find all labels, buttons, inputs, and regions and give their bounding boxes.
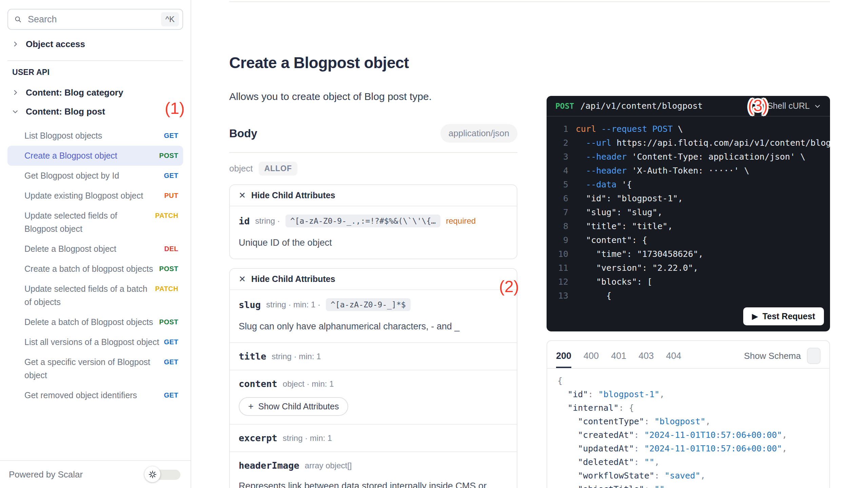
plus-icon: + (248, 402, 254, 411)
json-token: "blogpost-1" (598, 389, 659, 399)
code-token: "time": "1730458626", (576, 247, 703, 261)
code-line: 5 --data '{ (547, 178, 830, 191)
field-pattern-chip: ^[a-zA-Z0-9-_.,:=!?#$%&(\`\'\{… (285, 215, 440, 227)
line-number: 5 (547, 178, 576, 191)
sidebar-endpoint[interactable]: List Blogpost objectsGET (7, 126, 183, 146)
sidebar-endpoint[interactable]: Update selected fields of a batch of obj… (7, 279, 183, 312)
line-number: 12 (547, 275, 576, 289)
request-example-header: POST /api/v1/content/blogpost Shell cURL (547, 96, 830, 117)
sidebar-endpoint[interactable]: Update selected fields of Blogpost objec… (7, 206, 183, 239)
response-status-tab-400[interactable]: 400 (584, 351, 599, 368)
code-token (576, 178, 586, 191)
field-description: Slug can only have alphanumerical charac… (239, 319, 508, 334)
code-token: "slug": "slug", (576, 205, 663, 219)
line-number: 11 (547, 261, 576, 275)
required-flag: required (446, 216, 476, 226)
method-badge: DEL (164, 242, 179, 256)
field-row-title: title string · min: 1 (230, 343, 517, 370)
show-schema-toggle[interactable] (807, 348, 821, 364)
sidebar-endpoint[interactable]: Get Blogpost object by IdGET (7, 166, 183, 186)
endpoint-label: List all versions of a Blogpost object (24, 336, 160, 349)
sidebar-footer: Powered by Scalar (0, 460, 191, 488)
sidebar-endpoint[interactable]: Create a batch of blogpost objectsPOST (7, 259, 183, 279)
hide-child-attributes-toggle[interactable]: ✕ Hide Child Attributes (230, 269, 517, 290)
json-token: "" (644, 457, 654, 467)
method-badge: PATCH (155, 282, 178, 296)
search-input[interactable] (27, 14, 156, 25)
powered-by-label: Powered by Scalar (9, 469, 83, 480)
sidebar-group-blog-post[interactable]: Content: Blog post (7, 102, 183, 121)
sun-icon (148, 470, 157, 479)
field-meta: string · min: 1 · (266, 300, 320, 309)
code-token: --url (586, 136, 611, 150)
json-token: , (782, 444, 787, 453)
close-icon: ✕ (239, 191, 246, 200)
sidebar-endpoint[interactable]: Get a specific version of Blogpost objec… (7, 352, 183, 385)
field-row-content: content object · min: 1 + Show Child Att… (230, 370, 517, 425)
field-row-excerpt: excerpt string · min: 1 (230, 425, 517, 452)
json-token: : (644, 484, 654, 488)
json-token (557, 484, 578, 488)
code-token: "version": "2.22.0", (576, 261, 698, 275)
test-request-button[interactable]: ▶ Test Request (743, 307, 824, 325)
content-type-badge: application/json (440, 124, 517, 143)
sidebar-item-label: Object access (26, 38, 85, 50)
example-column: POST /api/v1/content/blogpost Shell cURL… (547, 96, 830, 488)
sidebar-group-label: Content: Blog post (26, 105, 105, 118)
json-token (557, 416, 578, 426)
response-line: "updatedAt": "2024-11-01T10:57:06+00:00"… (557, 442, 819, 455)
json-token: "id" (568, 389, 588, 399)
endpoint-label: Update selected fields of Blogpost objec… (24, 209, 151, 236)
response-status-tab-401[interactable]: 401 (611, 351, 626, 368)
sidebar-endpoint[interactable]: Delete a Blogpost objectDEL (7, 239, 183, 259)
response-tabs: 200400401403404 Show Schema (547, 341, 829, 369)
search-shortcut-kbd: ^K (161, 12, 179, 26)
code-line: 1curl --request POST \ (547, 122, 830, 136)
sidebar: ^K Object access USER API Content: Blog … (0, 0, 191, 488)
response-status-tab-403[interactable]: 403 (638, 351, 654, 368)
endpoint-list: List Blogpost objectsGETCreate a Blogpos… (7, 126, 183, 405)
response-status-tab-200[interactable]: 200 (556, 351, 571, 368)
response-line: { (557, 374, 819, 388)
doc-column: Create a Blogpost object Allows you to c… (229, 0, 517, 488)
code-token (576, 164, 586, 178)
sidebar-endpoint[interactable]: Create a Blogpost objectPOST (7, 146, 183, 166)
json-token: : (634, 444, 644, 453)
code-token: 'Content-Type: application/json' \ (627, 150, 806, 164)
show-child-attributes-button[interactable]: + Show Child Attributes (239, 397, 348, 416)
sidebar-endpoint[interactable]: Update existing Blogpost objectPUT (7, 186, 183, 206)
schema-card-id: ✕ Hide Child Attributes id string · ^[a-… (229, 184, 517, 259)
language-label: Shell cURL (767, 101, 810, 111)
chevron-down-icon (12, 108, 19, 115)
hide-child-attributes-toggle[interactable]: ✕ Hide Child Attributes (230, 185, 517, 206)
schema-type-row: object ALLOF (229, 162, 517, 176)
theme-toggle[interactable] (144, 466, 182, 483)
language-dropdown[interactable]: Shell cURL (767, 101, 821, 111)
code-line: 9 "content": { (547, 233, 830, 247)
field-name: headerImage (239, 460, 299, 471)
line-number: 3 (547, 150, 576, 164)
code-token: --request (601, 122, 647, 136)
response-status-tab-404[interactable]: 404 (666, 351, 681, 368)
field-pattern-chip: ^[a-zA-Z0-9-_]*$ (326, 298, 411, 311)
code-line: 2 --url https://api.flotiq.com/api/v1/co… (547, 136, 830, 150)
line-number: 9 (547, 233, 576, 247)
sidebar-section-label: USER API (12, 68, 183, 77)
endpoint-label: Delete a batch of Blogpost objects (24, 316, 155, 329)
field-description: Unique ID of the object (239, 235, 508, 250)
json-token (557, 430, 578, 440)
search-box[interactable]: ^K (7, 9, 183, 30)
sidebar-item-object-access[interactable]: Object access (7, 35, 183, 54)
code-line: 3 --header 'Content-Type: application/js… (547, 150, 830, 164)
json-token: : (654, 471, 665, 481)
sidebar-group-blog-category[interactable]: Content: Blog category (7, 83, 183, 102)
endpoint-label: Create a Blogpost object (24, 149, 155, 162)
sidebar-endpoint[interactable]: Get removed object identifiersGET (7, 385, 183, 405)
sidebar-endpoint[interactable]: Delete a batch of Blogpost objectsPOST (7, 312, 183, 332)
response-line: "internal": { (557, 401, 819, 415)
annotation-2: (2) (499, 279, 519, 295)
sidebar-endpoint[interactable]: List all versions of a Blogpost objectGE… (7, 332, 183, 352)
field-name: content (239, 379, 277, 389)
method-badge: GET (164, 355, 178, 369)
json-token: "internal" (568, 403, 619, 413)
